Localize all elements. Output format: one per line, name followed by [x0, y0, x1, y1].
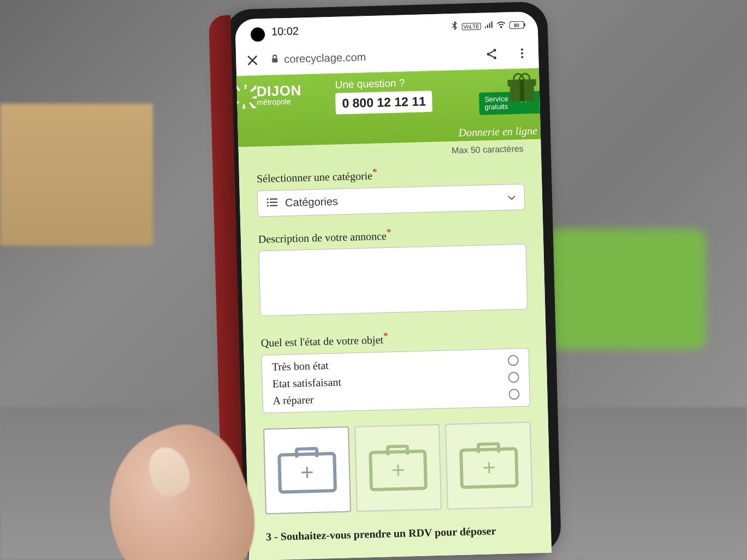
camera-add-icon: +	[368, 444, 428, 492]
svg-point-5	[487, 52, 490, 55]
bluetooth-icon	[450, 21, 459, 32]
svg-point-7	[521, 48, 523, 50]
svg-point-8	[521, 52, 523, 54]
svg-point-10	[266, 199, 268, 200]
question-text: Une question ?	[335, 76, 432, 91]
status-icons: VoLTE 80	[450, 19, 526, 32]
required-marker: *	[383, 331, 388, 342]
service-line2: gratuits	[484, 102, 534, 111]
background-wood	[0, 104, 153, 246]
phone-number[interactable]: 0 800 12 12 11	[335, 91, 432, 115]
svg-text:80: 80	[514, 22, 519, 28]
svg-point-12	[267, 202, 269, 204]
category-placeholder: Catégories	[285, 191, 500, 209]
svg-rect-13	[270, 202, 277, 203]
photo-slot-1[interactable]: +	[263, 426, 351, 514]
svg-rect-11	[270, 199, 277, 200]
svg-rect-3	[272, 58, 277, 62]
svg-rect-1	[524, 23, 525, 27]
radio-icon	[508, 389, 520, 400]
battery-icon: 80	[509, 21, 526, 29]
step-3-heading: 3 - Souhaitez-vous prendre un RDV pour d…	[266, 523, 533, 543]
svg-point-14	[267, 205, 269, 207]
radio-icon	[508, 372, 519, 383]
required-marker: *	[372, 166, 378, 177]
condition-radio-group: Très bon état Etat satisfaisant A répare…	[261, 348, 530, 414]
url-bar[interactable]: corecyclage.com	[271, 48, 473, 66]
logo[interactable]: DIJON métropole	[240, 82, 301, 107]
question-block: Une question ? 0 800 12 12 11	[335, 76, 432, 115]
svg-rect-15	[270, 205, 277, 206]
char-limit-hint: Max 50 caractères	[256, 144, 524, 161]
camera-add-icon: +	[277, 446, 337, 494]
lock-icon	[271, 54, 279, 65]
category-select[interactable]: Catégories	[257, 183, 525, 217]
volte-icon: VoLTE	[461, 22, 481, 30]
share-button[interactable]	[479, 41, 504, 66]
close-button[interactable]	[240, 48, 265, 73]
menu-button[interactable]	[510, 41, 535, 65]
required-marker: *	[386, 227, 392, 237]
phone-device: 10:02 VoLTE 80	[225, 1, 561, 560]
url-text: corecyclage.com	[284, 51, 366, 65]
wifi-icon	[496, 20, 506, 30]
svg-point-4	[493, 49, 496, 51]
logo-burst-icon	[235, 84, 257, 109]
photo-upload-row: + + +	[263, 421, 533, 514]
signal-icon	[484, 21, 493, 31]
site-header: DIJON métropole Une question ? 0 800 12 …	[236, 68, 541, 147]
chevron-down-icon	[508, 192, 515, 202]
photo-slot-2[interactable]: +	[354, 424, 442, 512]
description-label: Description de votre annonce*	[258, 223, 526, 245]
category-label: Sélectionner une catégorie*	[257, 163, 525, 185]
phone-screen: 10:02 VoLTE 80	[235, 11, 552, 560]
clock-time: 10:02	[271, 21, 451, 38]
background-green	[542, 229, 706, 349]
description-textarea[interactable]	[258, 244, 527, 317]
form-content: Max 50 caractères Sélectionner une catég…	[238, 139, 552, 560]
gift-icon	[506, 70, 537, 102]
svg-point-6	[494, 56, 496, 59]
radio-icon	[508, 355, 519, 367]
camera-add-icon: +	[459, 442, 519, 489]
condition-label: Quel est l'état de votre objet*	[260, 327, 529, 349]
photo-slot-3[interactable]: +	[445, 421, 533, 509]
svg-point-9	[521, 56, 523, 58]
list-icon	[266, 197, 278, 210]
radio-label: A réparer	[272, 389, 508, 407]
donnerie-tagline: Donnerie en ligne	[458, 124, 537, 139]
